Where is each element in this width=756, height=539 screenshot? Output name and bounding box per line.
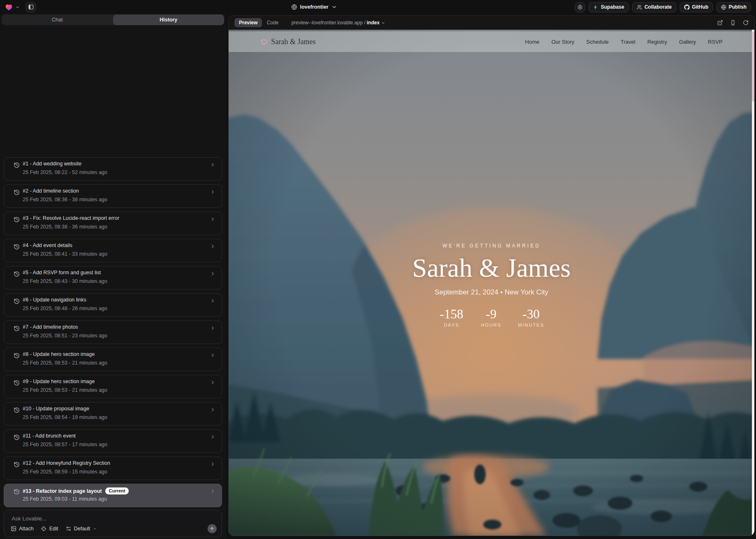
history-item[interactable]: #1 - Add wedding website25 Feb 2025, 08:… <box>4 157 222 181</box>
history-item-title: #10 - Update proposal image <box>23 406 89 412</box>
chevron-right-icon <box>210 461 215 467</box>
url-chevron-down-icon <box>381 21 385 25</box>
publish-globe-icon <box>721 5 726 10</box>
history-item[interactable]: #8 - Update hero section image25 Feb 202… <box>4 348 222 371</box>
history-icon <box>14 217 20 223</box>
history-item-date: 25 Feb 2025, 08:59 - 15 minutes ago <box>23 469 107 475</box>
history-item[interactable]: #11 - Add brunch event25 Feb 2025, 08:57… <box>4 429 222 453</box>
supabase-button[interactable]: Supabase <box>588 2 629 12</box>
history-item-date: 25 Feb 2025, 08:51 - 23 minutes ago <box>23 333 107 339</box>
chevron-right-icon <box>210 407 215 412</box>
tab-chat[interactable]: Chat <box>2 14 113 25</box>
history-item[interactable]: #13 - Refactor index page layoutCurrent2… <box>4 484 222 507</box>
site-scrollbar[interactable] <box>752 30 754 536</box>
lovable-logo-icon[interactable] <box>5 4 13 11</box>
history-item-date: 25 Feb 2025, 08:53 - 21 minutes ago <box>23 360 107 366</box>
history-item[interactable]: #12 - Add Honeyfund Registry Section25 F… <box>4 457 222 480</box>
history-item[interactable]: #7 - Add timeline photos25 Feb 2025, 08:… <box>4 320 222 344</box>
history-icon <box>14 353 20 359</box>
preview-toolbar: Preview Code preview--lovefrontier.lovab… <box>229 16 754 30</box>
history-item-title: #9 - Update hero section image <box>23 379 94 384</box>
nav-link-rsvp[interactable]: RSVP <box>708 39 723 45</box>
history-icon <box>14 407 20 413</box>
nav-link-schedule[interactable]: Schedule <box>586 39 609 45</box>
hero-names: Sarah & James <box>229 254 754 281</box>
chevron-right-icon <box>210 380 215 385</box>
url-page: index <box>367 20 380 26</box>
tab-history[interactable]: History <box>113 14 224 25</box>
collaborate-button[interactable]: Collaborate <box>632 2 676 12</box>
supabase-bolt-icon <box>593 5 598 10</box>
hero-tagline: WE'RE GETTING MARRIED <box>229 243 754 249</box>
attach-button[interactable]: Attach <box>11 526 33 532</box>
history-icon <box>14 271 20 277</box>
history-item-date: 25 Feb 2025, 08:22 - 52 minutes ago <box>23 169 107 175</box>
sliders-icon <box>66 526 71 532</box>
site-nav: HomeOur StoryScheduleTravelRegistryGalle… <box>525 39 723 45</box>
project-chevron-down-icon <box>331 4 337 10</box>
url-base: preview--lovefrontier.lovable.app / <box>291 20 365 26</box>
send-button[interactable] <box>208 524 217 533</box>
chevron-right-icon <box>210 325 215 331</box>
history-list: #1 - Add wedding website25 Feb 2025, 08:… <box>4 157 222 507</box>
history-item[interactable]: #2 - Add timeline section25 Feb 2025, 08… <box>4 184 222 208</box>
publish-button[interactable]: Publish <box>716 2 751 12</box>
history-item-date: 25 Feb 2025, 08:48 - 26 minutes ago <box>23 306 107 311</box>
logo-chevron-down-icon[interactable] <box>15 5 20 9</box>
project-switcher[interactable]: lovefrontier <box>291 0 337 14</box>
attach-label: Attach <box>19 526 33 532</box>
sidebar-toggle-button[interactable] <box>26 2 36 12</box>
preview-url[interactable]: preview--lovefrontier.lovable.app / inde… <box>291 20 385 26</box>
countdown-days: -158DAYS <box>439 308 464 327</box>
refresh-icon[interactable] <box>743 20 749 26</box>
tab-code[interactable]: Code <box>262 18 283 27</box>
history-item-title: #7 - Add timeline photos <box>23 324 78 330</box>
tab-preview[interactable]: Preview <box>234 18 262 27</box>
image-attach-icon <box>11 526 17 532</box>
edit-select-button[interactable]: Edit <box>41 526 58 532</box>
history-item-title: #2 - Add timeline section <box>23 188 79 194</box>
edit-label: Edit <box>49 526 58 532</box>
nav-link-registry[interactable]: Registry <box>647 39 667 45</box>
countdown-label: HOURS <box>478 322 504 327</box>
mode-selector[interactable]: Default <box>66 526 97 532</box>
site-header: Sarah & James HomeOur StoryScheduleTrave… <box>229 31 754 52</box>
chevron-right-icon <box>210 353 215 358</box>
sidebar-tabs: Chat History <box>2 14 224 25</box>
open-external-icon[interactable] <box>717 20 723 26</box>
site-logo[interactable]: Sarah & James <box>260 38 316 46</box>
publish-label: Publish <box>729 4 747 10</box>
nav-link-home[interactable]: Home <box>525 39 540 45</box>
nav-link-gallery[interactable]: Gallery <box>679 39 696 45</box>
chevron-right-icon <box>210 162 215 167</box>
nav-link-our-story[interactable]: Our Story <box>551 39 574 45</box>
nav-link-travel[interactable]: Travel <box>621 39 636 45</box>
countdown: -158DAYS-9HOURS-30MINUTES <box>229 308 754 327</box>
countdown-hours: -9HOURS <box>478 308 504 327</box>
history-icon <box>14 380 20 386</box>
mobile-view-icon[interactable] <box>730 20 736 26</box>
users-icon <box>637 5 642 10</box>
history-item[interactable]: #5 - Add RSVP form and guest list25 Feb … <box>4 266 222 290</box>
site-scrollbar-thumb[interactable] <box>752 31 754 101</box>
history-item[interactable]: #4 - Add event details25 Feb 2025, 08:41… <box>4 239 222 262</box>
history-item[interactable]: #3 - Fix: Resolve Lucide-react import er… <box>4 212 222 235</box>
settings-button[interactable] <box>575 2 585 12</box>
history-item-date: 25 Feb 2025, 08:54 - 19 minutes ago <box>23 414 107 420</box>
history-item-date: 25 Feb 2025, 08:36 - 38 minutes ago <box>23 197 107 202</box>
ask-input[interactable]: Ask Lovable... <box>12 515 47 522</box>
history-item[interactable]: #10 - Update proposal image25 Feb 2025, … <box>4 402 222 426</box>
github-button[interactable]: GitHub <box>680 2 713 12</box>
history-item-title: #4 - Add event details <box>23 242 72 248</box>
topbar-actions: Supabase Collaborate GitHub Publish <box>575 2 751 12</box>
current-badge: Current <box>105 487 129 494</box>
chat-history-sidebar: Chat History #1 - Add wedding website25 … <box>0 14 226 539</box>
chevron-right-icon <box>210 271 215 276</box>
history-item-date: 25 Feb 2025, 08:41 - 33 minutes ago <box>23 251 107 257</box>
prompt-box[interactable]: Ask Lovable... Attach Edit Default <box>4 510 222 537</box>
history-item-title: #13 - Refactor index page layoutCurrent <box>23 487 129 494</box>
prompt-actions: Attach Edit Default <box>11 525 217 533</box>
history-item[interactable]: #6 - Update navigation links25 Feb 2025,… <box>4 293 222 317</box>
history-item[interactable]: #9 - Update hero section image25 Feb 202… <box>4 375 222 398</box>
history-item-title: #3 - Fix: Resolve Lucide-react import er… <box>23 215 119 221</box>
